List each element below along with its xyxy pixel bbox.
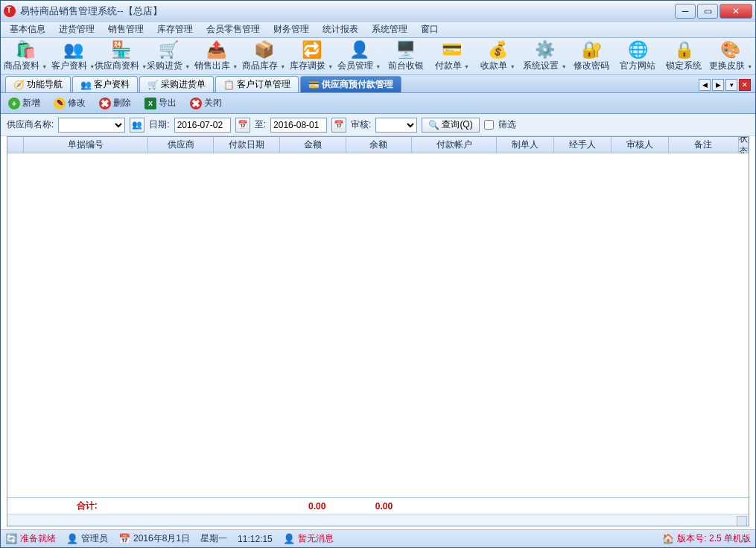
date-to-input[interactable]: [270, 118, 327, 133]
tool-采购进货[interactable]: 🛒采购进货 ▼: [147, 39, 190, 74]
col-select[interactable]: [7, 137, 24, 153]
grid-body[interactable]: [7, 153, 749, 497]
col-状态[interactable]: 状态: [739, 137, 749, 153]
status-user: 管理员: [81, 532, 108, 545]
tool-系统设置[interactable]: ⚙️系统设置 ▼: [523, 39, 566, 74]
tool-icon: ⚙️: [534, 40, 555, 60]
tool-修改密码[interactable]: 🔐修改密码: [571, 39, 612, 74]
supplier-select[interactable]: [58, 118, 125, 133]
tool-客户资料[interactable]: 👥客户资料 ▼: [51, 39, 95, 74]
tool-供应商资料[interactable]: 🏪供应商资料 ▼: [99, 39, 142, 74]
add-button[interactable]: +新增: [5, 95, 43, 111]
tool-会员管理[interactable]: 👤会员管理 ▼: [337, 39, 381, 74]
tool-销售出库[interactable]: 📤销售出库 ▼: [194, 39, 238, 74]
tab-icon: 💳: [308, 80, 319, 90]
titlebar: 易特商品销售管理系统--【总店】 ─ ▭ ✕: [1, 1, 755, 22]
menu-财务管理[interactable]: 财务管理: [267, 22, 315, 37]
tool-收款单[interactable]: 💰收款单 ▼: [477, 39, 519, 74]
export-button[interactable]: X导出: [142, 95, 180, 111]
col-单据编号[interactable]: 单据编号: [24, 137, 148, 153]
tool-icon: 🏪: [110, 40, 131, 60]
menu-库存管理[interactable]: 库存管理: [151, 22, 199, 37]
tab-客户资料[interactable]: 👥客户资料: [72, 76, 138, 92]
close-panel-button[interactable]: ✖关闭: [187, 95, 225, 111]
tool-icon: 👤: [349, 40, 369, 60]
tool-icon: 👥: [63, 40, 83, 60]
search-icon: 🔍: [428, 120, 439, 130]
menu-会员零售管理[interactable]: 会员零售管理: [200, 22, 266, 37]
tool-icon: 📦: [253, 40, 274, 60]
query-button[interactable]: 🔍查询(Q): [422, 118, 479, 133]
tool-icon: 💳: [442, 40, 463, 60]
tool-付款单[interactable]: 💳付款单 ▼: [431, 39, 473, 74]
status-weekday: 星期一: [200, 532, 227, 545]
status-ready-icon: 🔄: [5, 533, 17, 545]
col-金额[interactable]: 金额: [280, 137, 346, 153]
totals-label: 合计:: [24, 500, 150, 512]
minimize-button[interactable]: ─: [675, 4, 696, 19]
tool-icon: 💰: [488, 40, 509, 60]
col-付款帐户[interactable]: 付款帐户: [412, 137, 497, 153]
tool-icon: 🔒: [673, 40, 694, 60]
tool-更换皮肤[interactable]: 🎨更换皮肤 ▼: [709, 39, 752, 74]
col-备注[interactable]: 备注: [669, 137, 739, 153]
tab-功能导航[interactable]: 🧭功能导航: [5, 76, 71, 92]
menu-销售管理[interactable]: 销售管理: [102, 22, 150, 37]
tab-close[interactable]: ✕: [739, 79, 751, 91]
tab-icon: 👥: [80, 80, 91, 90]
menu-基本信息[interactable]: 基本信息: [4, 22, 51, 37]
tab-list[interactable]: ▾: [725, 79, 737, 91]
home-icon: 🏠: [662, 533, 674, 545]
supplier-label: 供应商名称:: [7, 118, 54, 131]
supplier-lookup-icon[interactable]: 👥: [130, 118, 144, 133]
tool-官方网站[interactable]: 🌐官方网站: [617, 39, 658, 74]
tab-采购进货单[interactable]: 🛒采购进货单: [139, 76, 214, 92]
edit-button[interactable]: ✎修改: [51, 95, 89, 111]
version-label: 版本号:: [677, 533, 706, 544]
menubar: 基本信息进货管理销售管理库存管理会员零售管理财务管理统计报表系统管理窗口: [1, 22, 755, 38]
filter-checkbox-label: 筛选: [498, 118, 516, 131]
col-审核人[interactable]: 审核人: [612, 137, 669, 153]
tab-供应商预付款管理[interactable]: 💳供应商预付款管理: [300, 76, 401, 92]
col-付款日期[interactable]: 付款日期: [214, 137, 280, 153]
tab-prev[interactable]: ◀: [699, 79, 711, 91]
audit-select[interactable]: [375, 118, 417, 133]
tool-商品资料[interactable]: 🛍️商品资料 ▼: [4, 39, 47, 74]
status-bar: 🔄准备就绪 👤管理员 📅2016年8月1日 星期一 11:12:15 👤暂无消息…: [1, 529, 755, 547]
date-to-calendar-icon[interactable]: 📅: [331, 118, 346, 133]
col-余额[interactable]: 余额: [346, 137, 413, 153]
data-grid: 单据编号供应商付款日期金额余额付款帐户制单人经手人审核人备注状态 合计: 0.0…: [7, 136, 749, 526]
menu-窗口[interactable]: 窗口: [415, 22, 445, 37]
filter-checkbox[interactable]: [484, 120, 494, 130]
menu-系统管理[interactable]: 系统管理: [366, 22, 413, 37]
col-供应商[interactable]: 供应商: [148, 137, 215, 153]
tab-strip: 🧭功能导航👥客户资料🛒采购进货单📋客户订单管理💳供应商预付款管理◀▶▾✕: [1, 75, 755, 93]
date-from-calendar-icon[interactable]: 📅: [235, 118, 250, 133]
tool-前台收银[interactable]: 🖥️前台收银: [385, 39, 427, 74]
status-time: 11:12:15: [238, 534, 273, 544]
date-label: 日期:: [149, 118, 169, 131]
date-from-input[interactable]: [174, 118, 231, 133]
close-button[interactable]: ✕: [720, 4, 752, 19]
totals-amount: 0.00: [284, 501, 351, 512]
totals-balance: 0.00: [351, 501, 418, 512]
menu-进货管理[interactable]: 进货管理: [53, 22, 101, 37]
tab-icon: 🧭: [13, 80, 24, 90]
col-经手人[interactable]: 经手人: [554, 137, 612, 153]
tool-商品库存[interactable]: 📦商品库存 ▼: [242, 39, 285, 74]
tool-icon: 🛒: [158, 40, 179, 60]
scroll-area[interactable]: [7, 514, 749, 526]
menu-统计报表[interactable]: 统计报表: [317, 22, 364, 37]
app-icon: [4, 5, 16, 17]
tool-icon: 🛍️: [15, 40, 36, 60]
grid-header: 单据编号供应商付款日期金额余额付款帐户制单人经手人审核人备注状态: [7, 137, 749, 153]
tab-客户订单管理[interactable]: 📋客户订单管理: [215, 76, 299, 92]
maximize-button[interactable]: ▭: [697, 4, 718, 19]
tool-锁定系统[interactable]: 🔒锁定系统: [663, 39, 705, 74]
status-msg: 暂无消息: [298, 532, 334, 545]
tool-库存调拨[interactable]: 🔁库存调拨 ▼: [290, 39, 333, 74]
delete-button[interactable]: ✖删除: [96, 95, 134, 111]
tool-icon: 🖥️: [396, 40, 416, 60]
col-制单人[interactable]: 制单人: [497, 137, 554, 153]
tab-next[interactable]: ▶: [712, 79, 724, 91]
